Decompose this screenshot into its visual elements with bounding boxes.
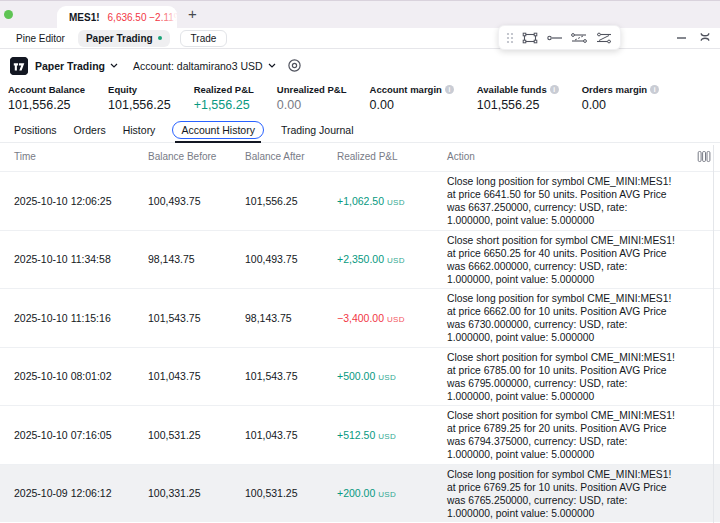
drag-handle-icon[interactable]: [506, 32, 514, 44]
paper-trading-tab-button[interactable]: Paper Trading: [78, 30, 170, 47]
table-row[interactable]: 2025-10-10 08:01:02 101,043.75 101,543.7…: [0, 347, 720, 406]
stats-row: Account Balance 101,556.25 Equity 101,55…: [8, 84, 710, 112]
tab-trading-journal[interactable]: Trading Journal: [281, 124, 354, 136]
cell-balance-after: 100,531.25: [245, 487, 298, 499]
stat-label: Available fundsi: [477, 84, 559, 95]
cell-action: Close long position for symbol CME_MINI:…: [447, 175, 711, 227]
paper-trading-dropdown[interactable]: Paper Trading: [35, 60, 118, 72]
cell-realized-pnl: +500.00USD: [337, 370, 396, 382]
pattern-tool-2-icon[interactable]: [595, 31, 613, 45]
info-icon[interactable]: i: [445, 85, 454, 94]
tab-price: 6,636.50 −2.11%: [108, 12, 177, 23]
panel-title-label: Paper Trading: [35, 60, 105, 72]
panel-tabs: PositionsOrdersHistoryAccount HistoryTra…: [0, 117, 720, 143]
column-header-realized-p-l[interactable]: Realized P&L: [337, 151, 398, 162]
cell-balance-after: 101,556.25: [245, 195, 298, 207]
cell-balance-before: 101,043.75: [148, 370, 201, 382]
table-row[interactable]: 2025-10-09 12:06:12 100,331.25 100,531.2…: [0, 464, 720, 523]
stat-value: 0.00: [582, 98, 659, 112]
cell-time: 2025-10-10 07:16:05: [14, 429, 112, 441]
cell-action: Close long position for symbol CME_MINI:…: [447, 292, 711, 344]
info-icon[interactable]: i: [650, 85, 659, 94]
stat-value: +1,556.25: [194, 98, 254, 112]
cell-balance-after: 101,543.75: [245, 370, 298, 382]
stat-unrealized-p-l: Unrealized P&L 0.00: [277, 84, 347, 112]
currency-label: USD: [378, 432, 396, 441]
chevron-down-icon: [268, 63, 276, 68]
rectangle-tool-icon[interactable]: [521, 31, 539, 45]
cell-time: 2025-10-10 11:15:16: [14, 312, 111, 324]
table-header: TimeBalance BeforeBalance AfterRealized …: [0, 145, 720, 171]
tab-positions[interactable]: Positions: [14, 124, 57, 136]
cell-balance-before: 100,331.25: [148, 487, 201, 499]
currency-label: USD: [378, 490, 396, 499]
browser-tab[interactable]: MES1! 6,636.50 −2.11% / Un: [57, 6, 177, 29]
settings-icon[interactable]: [287, 58, 302, 73]
cell-balance-before: 101,543.75: [148, 312, 201, 324]
tab-symbol: MES1!: [69, 12, 100, 23]
cell-time: 2025-10-09 12:06:12: [14, 487, 112, 499]
stat-label: Unrealized P&L: [277, 84, 347, 95]
cell-balance-after: 98,143.75: [245, 312, 292, 324]
minimize-panel-icon[interactable]: [675, 31, 688, 44]
table-row[interactable]: 2025-10-10 12:06:25 100,493.75 101,556.2…: [0, 171, 720, 230]
tradingview-logo: [10, 57, 28, 75]
trade-button[interactable]: Trade: [180, 30, 228, 47]
stat-label: Account margini: [370, 84, 454, 95]
cell-action: Close long position for symbol CME_MINI:…: [447, 468, 711, 520]
stat-value: 101,556.25: [477, 98, 559, 112]
table-row[interactable]: 2025-10-10 07:16:05 100,531.25 101,043.7…: [0, 405, 720, 464]
account-dropdown[interactable]: Account: daltamirano3 USD: [133, 60, 276, 72]
tab-orders[interactable]: Orders: [74, 124, 106, 136]
cell-action: Close short position for symbol CME_MINI…: [447, 234, 711, 286]
stat-label: Orders margini: [582, 84, 659, 95]
panel-header: Paper Trading Account: daltamirano3 USD: [0, 49, 720, 82]
pattern-tool-icon[interactable]: [570, 31, 588, 45]
table-row[interactable]: 2025-10-10 11:34:58 98,143.75 100,493.75…: [0, 230, 720, 289]
new-tab-button[interactable]: +: [188, 5, 197, 22]
macos-green-dot[interactable]: [4, 10, 13, 19]
currency-label: USD: [387, 256, 405, 265]
table-row[interactable]: 2025-10-10 11:15:16 101,543.75 98,143.75…: [0, 288, 720, 347]
cell-time: 2025-10-10 08:01:02: [14, 370, 112, 382]
stat-account-margin: Account margini 0.00: [370, 84, 454, 112]
stat-available-funds: Available fundsi 101,556.25: [477, 84, 559, 112]
pine-editor-button[interactable]: Pine Editor: [13, 31, 68, 46]
column-header-action[interactable]: Action: [447, 151, 711, 162]
stat-value: 101,556.25: [8, 98, 85, 112]
panel-window-controls: [675, 30, 712, 44]
stat-label: Account Balance: [8, 84, 85, 95]
cell-action: Close short position for symbol CME_MINI…: [447, 409, 711, 461]
cell-action: Close short position for symbol CME_MINI…: [447, 351, 711, 403]
drawing-tools-card: [498, 25, 621, 50]
horizontal-line-tool-icon[interactable]: [546, 31, 563, 45]
cell-realized-pnl: +200.00USD: [337, 487, 396, 499]
stat-realized-p-l: Realized P&L +1,556.25: [194, 84, 254, 112]
stat-value: 0.00: [277, 98, 347, 112]
stat-account-balance: Account Balance 101,556.25: [8, 84, 85, 112]
tab-account-history[interactable]: Account History: [172, 121, 264, 139]
cell-balance-before: 98,143.75: [148, 253, 195, 265]
column-header-balance-after[interactable]: Balance After: [245, 151, 304, 162]
cell-balance-before: 100,531.25: [148, 429, 201, 441]
info-icon[interactable]: i: [550, 85, 559, 94]
currency-label: USD: [378, 373, 396, 382]
stat-value: 101,556.25: [108, 98, 171, 112]
stat-label: Equity: [108, 84, 171, 95]
cell-balance-before: 100,493.75: [148, 195, 201, 207]
cell-realized-pnl: +1,062.50USD: [337, 195, 405, 207]
maximize-panel-icon[interactable]: [698, 30, 712, 44]
currency-label: USD: [387, 315, 405, 324]
cell-balance-after: 101,043.75: [245, 429, 298, 441]
stat-value: 0.00: [370, 98, 454, 112]
tab-history[interactable]: History: [123, 124, 156, 136]
stat-equity: Equity 101,556.25: [108, 84, 171, 112]
scrollbar-track[interactable]: [713, 145, 714, 523]
cell-realized-pnl: −3,400.00USD: [337, 312, 405, 324]
account-history-table: 2025-10-10 12:06:25 100,493.75 101,556.2…: [0, 171, 720, 523]
paper-trading-label: Paper Trading: [86, 33, 153, 44]
cell-time: 2025-10-10 12:06:25: [14, 195, 112, 207]
column-header-balance-before[interactable]: Balance Before: [148, 151, 216, 162]
column-header-time[interactable]: Time: [14, 151, 36, 162]
cell-time: 2025-10-10 11:34:58: [14, 253, 111, 265]
